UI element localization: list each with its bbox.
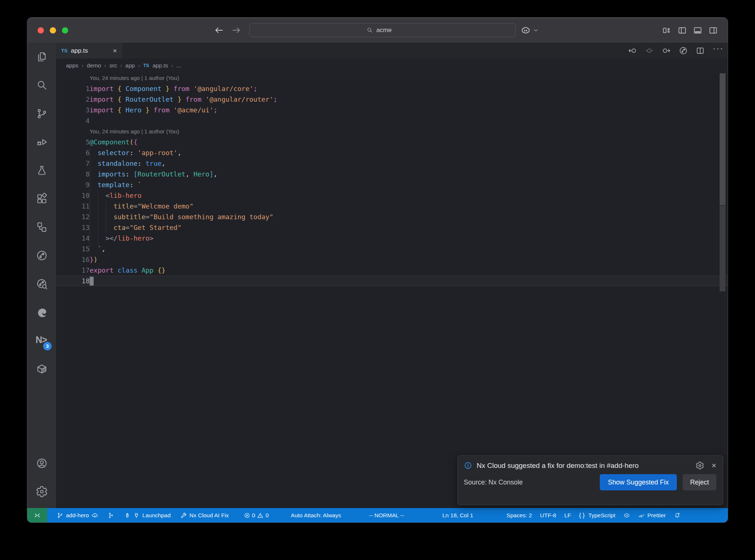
breadcrumb-separator: › [82, 63, 84, 69]
zoom-window-button[interactable] [62, 27, 68, 34]
forward-arrow-icon[interactable] [231, 25, 241, 35]
statusbar-encoding-label: UTF-8 [540, 512, 556, 519]
statusbar-branch-publish[interactable]: add-hero [57, 508, 98, 522]
cloud-upload-icon [91, 512, 98, 519]
activity-bar: N>3 [27, 43, 56, 508]
statusbar-problems[interactable]: 00 [244, 508, 269, 522]
statusbar-cursor-position[interactable]: Ln 18, Col 1 [442, 508, 473, 522]
editor-actions: ··· [628, 43, 728, 59]
activity-run-debug[interactable] [27, 128, 56, 156]
activity-settings[interactable] [27, 477, 56, 506]
breadcrumb-item-src[interactable]: src [109, 62, 117, 69]
activity-source-control[interactable] [27, 99, 56, 128]
statusbar-notifications-bell[interactable] [674, 508, 681, 522]
source-control-icon [36, 108, 48, 120]
statusbar-encoding[interactable]: UTF-8 [540, 508, 556, 522]
blame-annotation: You, 24 minutes ago | 1 author (You) [56, 73, 728, 83]
statusbar-branch-publish-label: add-hero [66, 512, 89, 519]
back-arrow-icon[interactable] [214, 25, 224, 35]
search-input[interactable] [376, 27, 399, 34]
code-line-15: 15 `, [56, 244, 728, 254]
statusbar-language[interactable]: { }TypeScript [579, 508, 615, 522]
activity-accounts[interactable] [27, 449, 56, 477]
nav-circle-icon[interactable] [645, 46, 654, 55]
rocket-icon [124, 512, 131, 519]
statusbar-problems-label: 0 [252, 512, 255, 519]
breadcrumb-item-app[interactable]: app [125, 62, 135, 69]
close-tab-icon[interactable]: × [113, 47, 117, 54]
copilot-icon [521, 25, 531, 35]
code-line-11: 11 title="Welcmoe demo" [56, 201, 728, 211]
code-line-12: 12 subtitle="Build something amazing tod… [56, 211, 728, 222]
breadcrumb-item-[interactable]: ... [177, 62, 181, 69]
activity-gitlens[interactable] [27, 241, 56, 270]
notification-close-icon[interactable]: × [711, 462, 716, 470]
close-window-button[interactable] [38, 27, 44, 34]
activity-explorer[interactable] [27, 43, 56, 71]
edge-browser-icon [36, 306, 48, 318]
notification-gear-icon[interactable] [696, 461, 704, 470]
show-suggested-fix-button[interactable]: Show Suggested Fix [600, 474, 677, 490]
statusbar-auto-attach[interactable]: Auto Attach: Always [291, 508, 341, 522]
more-icon[interactable]: ··· [713, 46, 722, 55]
breadcrumb-item-apps[interactable]: apps [66, 62, 79, 69]
tab-app-ts[interactable]: TS app.ts × [56, 43, 122, 59]
statusbar-launchpad[interactable]: Launchpad [124, 508, 171, 522]
reject-button[interactable]: Reject [683, 474, 716, 490]
activity-search[interactable] [27, 71, 56, 99]
activity-git-graph[interactable] [27, 270, 56, 298]
code-line-8: 8 imports: [RouterOutlet, Hero], [56, 169, 728, 179]
references-icon [36, 221, 48, 233]
double-check-icon [638, 512, 645, 519]
layout-controls [662, 18, 718, 43]
breadcrumb-item-appts[interactable]: app.ts [153, 62, 168, 69]
activity-testing[interactable] [27, 156, 56, 185]
copilot-menu[interactable] [521, 18, 539, 43]
code-line-6: 6 selector: 'app-root', [56, 147, 728, 158]
warning-icon [257, 512, 264, 519]
notification-source: Source: Nx Console [464, 479, 594, 486]
activity-edge-browser[interactable] [27, 298, 56, 326]
activity-references[interactable] [27, 213, 56, 241]
code-line-13: 13 cta="Get Started" [56, 222, 728, 233]
editor-scrollbar[interactable] [720, 73, 726, 205]
breadcrumb-separator: › [120, 63, 122, 69]
editor-code-area[interactable]: You, 24 minutes ago | 1 author (You)1imp… [56, 73, 728, 508]
accounts-icon [36, 457, 48, 469]
panel-bottom-icon[interactable] [693, 25, 703, 35]
minimize-window-button[interactable] [50, 27, 56, 34]
code-line-4: 4 [56, 115, 728, 126]
activity-containers[interactable] [27, 355, 56, 383]
testing-icon [36, 164, 48, 176]
statusbar-eol-label: LF [564, 512, 571, 519]
nav-back-icon[interactable] [628, 46, 637, 55]
breadcrumb-item-demo[interactable]: demo [87, 62, 101, 69]
panel-right-icon[interactable] [708, 25, 718, 35]
nav-forward-icon[interactable] [662, 46, 671, 55]
breadcrumb-separator: › [138, 63, 140, 69]
code-line-9: 9 template: ` [56, 179, 728, 190]
git-graph-icon [36, 278, 48, 290]
gitlens-icon [36, 249, 48, 262]
gitlens-graph-icon[interactable] [679, 46, 688, 55]
statusbar-scm-graph[interactable] [108, 508, 114, 522]
activity-nx-console[interactable]: N>3 [27, 326, 56, 355]
commit-graph-icon [108, 512, 114, 519]
statusbar-formatter[interactable]: Prettier [638, 508, 666, 522]
history-nav [214, 18, 241, 43]
customize-layout-icon[interactable] [662, 25, 672, 35]
command-center-search[interactable] [249, 23, 516, 37]
statusbar-vim-mode[interactable]: -- NORMAL -- [369, 508, 404, 522]
statusbar-remote-indicator[interactable] [27, 508, 47, 522]
vscode-window: N>3 TS app.ts × ··· apps›demo›src›app›TS… [27, 17, 728, 523]
tab-label: app.ts [71, 47, 109, 55]
activity-extensions[interactable] [27, 185, 56, 213]
statusbar-indentation[interactable]: Spaces: 2 [507, 508, 532, 522]
statusbar-copilot[interactable] [623, 508, 630, 522]
statusbar-eol[interactable]: LF [564, 508, 571, 522]
window-controls [38, 18, 68, 43]
statusbar-nx-cloud-ai-fix[interactable]: Nx Cloud AI Fix [180, 508, 229, 522]
split-editor-icon[interactable] [696, 46, 705, 55]
panel-left-icon[interactable] [677, 25, 687, 35]
typescript-file-icon: TS [143, 63, 149, 68]
